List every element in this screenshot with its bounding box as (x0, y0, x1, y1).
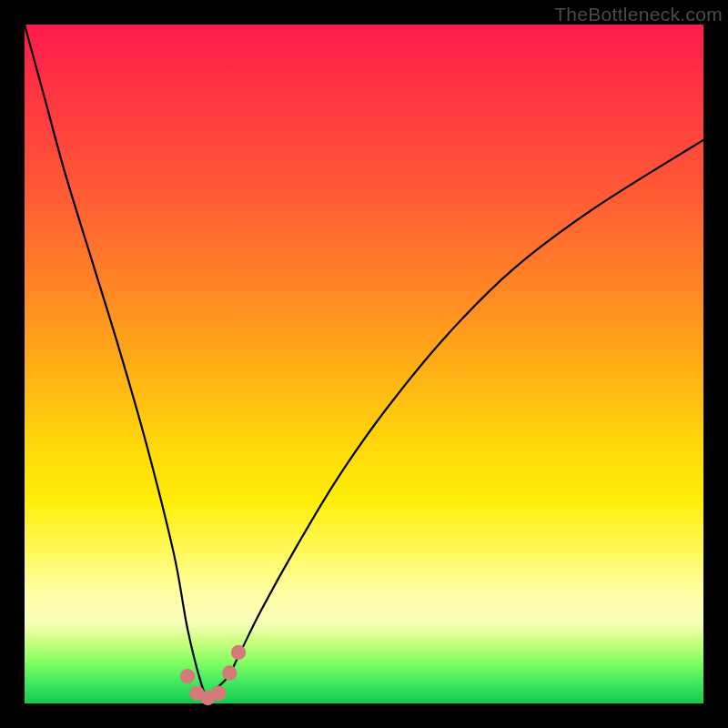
min-region-dot-5 (222, 665, 237, 680)
bottleneck-curve (25, 25, 703, 697)
min-region-dot-1 (180, 669, 195, 683)
marker-layer (180, 645, 246, 705)
curve-layer (0, 0, 728, 728)
chart-frame: TheBottleneck.com (0, 0, 728, 728)
min-region-dot-4 (211, 686, 226, 701)
min-region-dot-6 (231, 645, 246, 660)
